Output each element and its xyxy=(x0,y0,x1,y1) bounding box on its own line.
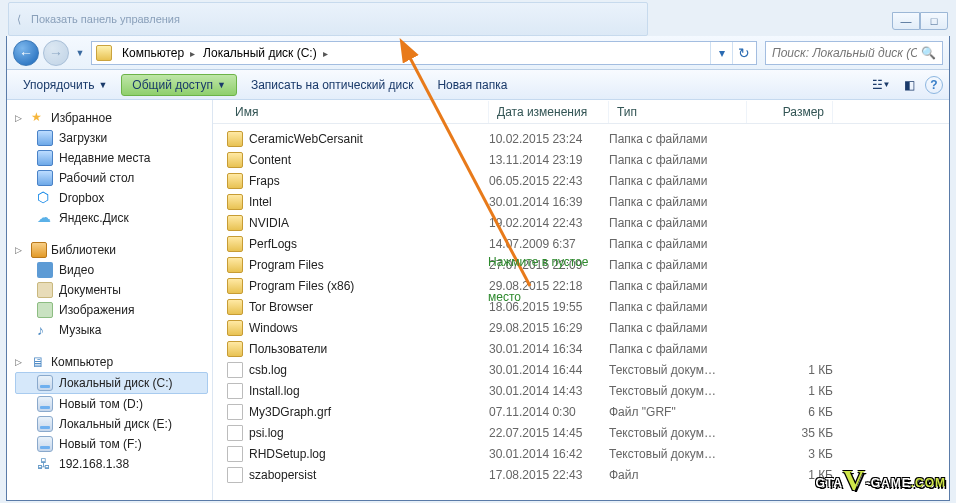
search-box[interactable]: 🔍 xyxy=(765,41,943,65)
cell-type: Файл "GRF" xyxy=(609,405,747,419)
file-row[interactable]: NVIDIA19.02.2014 22:43Папка с файлами xyxy=(227,212,949,233)
file-row[interactable]: Intel30.01.2014 16:39Папка с файлами xyxy=(227,191,949,212)
view-options-button[interactable]: ☳ ▼ xyxy=(869,74,893,96)
cell-date: 30.01.2014 16:34 xyxy=(489,342,609,356)
item-label: Музыка xyxy=(59,323,101,337)
file-row[interactable]: RHDSetup.log30.01.2014 16:42Текстовый до… xyxy=(227,443,949,464)
favorites-group: ▷ ★ Избранное ЗагрузкиНедавние местаРабо… xyxy=(15,108,208,228)
sidebar-item[interactable]: Изображения xyxy=(15,300,208,320)
item-icon xyxy=(37,282,53,298)
ghost-hint-text: Показать панель управления xyxy=(31,13,180,25)
watermark: GTAV-GAME.COM xyxy=(816,463,946,497)
sidebar-item[interactable]: Недавние места xyxy=(15,148,208,168)
toolbar: Упорядочить▼ Общий доступ▼ Записать на о… xyxy=(7,70,949,100)
new-folder-button[interactable]: Новая папка xyxy=(427,74,517,96)
address-bar[interactable]: Компьютер Локальный диск (C:) ▾ ↻ xyxy=(91,41,757,65)
cell-type: Папка с файлами xyxy=(609,237,747,251)
maximize-button[interactable]: □ xyxy=(920,12,948,30)
share-button[interactable]: Общий доступ▼ xyxy=(121,74,237,96)
sidebar-item[interactable]: ⬡Dropbox xyxy=(15,188,208,208)
back-button[interactable]: ← xyxy=(13,40,39,66)
file-row[interactable]: csb.log30.01.2014 16:44Текстовый докум…1… xyxy=(227,359,949,380)
libraries-group: ▷ Библиотеки ВидеоДокументыИзображения♪М… xyxy=(15,240,208,340)
cell-date: 29.08.2015 22:18 xyxy=(489,279,609,293)
cell-name: szabopersist xyxy=(249,468,489,482)
item-icon xyxy=(37,302,53,318)
organize-button[interactable]: Упорядочить▼ xyxy=(13,74,117,96)
item-icon xyxy=(37,262,53,278)
file-row[interactable]: Content13.11.2014 23:19Папка с файлами xyxy=(227,149,949,170)
file-icon xyxy=(227,404,243,420)
cell-type: Текстовый докум… xyxy=(609,426,747,440)
cell-name: PerfLogs xyxy=(249,237,489,251)
forward-button[interactable]: → xyxy=(43,40,69,66)
file-row[interactable]: Fraps06.05.2015 22:43Папка с файлами xyxy=(227,170,949,191)
file-list-area: Имя Дата изменения Тип Размер CeramicWeb… xyxy=(213,100,949,500)
item-label: Видео xyxy=(59,263,94,277)
navigation-row: ← → ▼ Компьютер Локальный диск (C:) ▾ ↻ … xyxy=(7,36,949,70)
file-row[interactable]: Пользователи30.01.2014 16:34Папка с файл… xyxy=(227,338,949,359)
file-row[interactable]: Tor Browser18.06.2015 19:55Папка с файла… xyxy=(227,296,949,317)
cell-date: 30.01.2014 16:42 xyxy=(489,447,609,461)
col-type[interactable]: Тип xyxy=(609,101,747,123)
sidebar-item[interactable]: Видео xyxy=(15,260,208,280)
file-row[interactable]: Windows29.08.2015 16:29Папка с файлами xyxy=(227,317,949,338)
item-icon xyxy=(37,130,53,146)
sidebar-item[interactable]: ☁Яндекс.Диск xyxy=(15,208,208,228)
item-label: Локальный диск (C:) xyxy=(59,376,173,390)
file-row[interactable]: CeramicWebCersanit10.02.2015 23:24Папка … xyxy=(227,128,949,149)
folder-icon xyxy=(227,236,243,252)
history-dropdown[interactable]: ▼ xyxy=(73,48,87,58)
help-button[interactable]: ? xyxy=(925,76,943,94)
folder-icon xyxy=(227,299,243,315)
cell-name: Пользователи xyxy=(249,342,489,356)
col-name[interactable]: Имя xyxy=(227,101,489,123)
computer-header[interactable]: ▷ 🖥 Компьютер xyxy=(15,352,208,372)
cell-date: 30.01.2014 14:43 xyxy=(489,384,609,398)
file-row[interactable]: My3DGraph.grf07.11.2014 0:30Файл "GRF"6 … xyxy=(227,401,949,422)
favorites-header[interactable]: ▷ ★ Избранное xyxy=(15,108,208,128)
folder-icon xyxy=(227,173,243,189)
cell-type: Текстовый докум… xyxy=(609,384,747,398)
address-dropdown[interactable]: ▾ xyxy=(710,42,732,64)
item-icon xyxy=(37,396,53,412)
sidebar-item[interactable]: Документы xyxy=(15,280,208,300)
sidebar-item[interactable]: 🖧192.168.1.38 xyxy=(15,454,208,474)
minimize-button[interactable]: — xyxy=(892,12,920,30)
favorites-label: Избранное xyxy=(51,111,112,125)
sidebar-item[interactable]: ♪Музыка xyxy=(15,320,208,340)
col-size[interactable]: Размер xyxy=(747,101,833,123)
item-label: Рабочий стол xyxy=(59,171,134,185)
sidebar-item[interactable]: Локальный диск (E:) xyxy=(15,414,208,434)
cell-date: 07.11.2014 0:30 xyxy=(489,405,609,419)
cell-name: Program Files (x86) xyxy=(249,279,489,293)
burn-button[interactable]: Записать на оптический диск xyxy=(241,74,424,96)
sidebar-item[interactable]: Новый том (D:) xyxy=(15,394,208,414)
sidebar-item[interactable]: Новый том (F:) xyxy=(15,434,208,454)
folder-icon xyxy=(227,278,243,294)
file-row[interactable]: Program Files (x86)29.08.2015 22:18Папка… xyxy=(227,275,949,296)
sidebar-item[interactable]: Локальный диск (C:) xyxy=(15,372,208,394)
sidebar-item[interactable]: Загрузки xyxy=(15,128,208,148)
breadcrumb-drive[interactable]: Локальный диск (C:) xyxy=(199,46,332,60)
file-row[interactable]: PerfLogs14.07.2009 6:37Папка с файлами xyxy=(227,233,949,254)
refresh-button[interactable]: ↻ xyxy=(732,42,754,64)
sidebar-item[interactable]: Рабочий стол xyxy=(15,168,208,188)
item-label: Яндекс.Диск xyxy=(59,211,129,225)
cell-type: Папка с файлами xyxy=(609,174,747,188)
search-input[interactable] xyxy=(772,46,917,60)
file-row[interactable]: Install.log30.01.2014 14:43Текстовый док… xyxy=(227,380,949,401)
breadcrumb-root[interactable]: Компьютер xyxy=(118,46,199,60)
cell-name: csb.log xyxy=(249,363,489,377)
libraries-header[interactable]: ▷ Библиотеки xyxy=(15,240,208,260)
search-icon: 🔍 xyxy=(921,46,936,60)
file-row[interactable]: psi.log22.07.2015 14:45Текстовый докум…3… xyxy=(227,422,949,443)
star-icon: ★ xyxy=(31,110,47,126)
col-date[interactable]: Дата изменения xyxy=(489,101,609,123)
file-rows[interactable]: CeramicWebCersanit10.02.2015 23:24Папка … xyxy=(213,124,949,500)
preview-pane-button[interactable]: ◧ xyxy=(897,74,921,96)
cell-type: Папка с файлами xyxy=(609,300,747,314)
cell-name: Intel xyxy=(249,195,489,209)
file-row[interactable]: Program Files27.07.2015 22:09Папка с фай… xyxy=(227,254,949,275)
item-icon: ♪ xyxy=(37,322,53,338)
